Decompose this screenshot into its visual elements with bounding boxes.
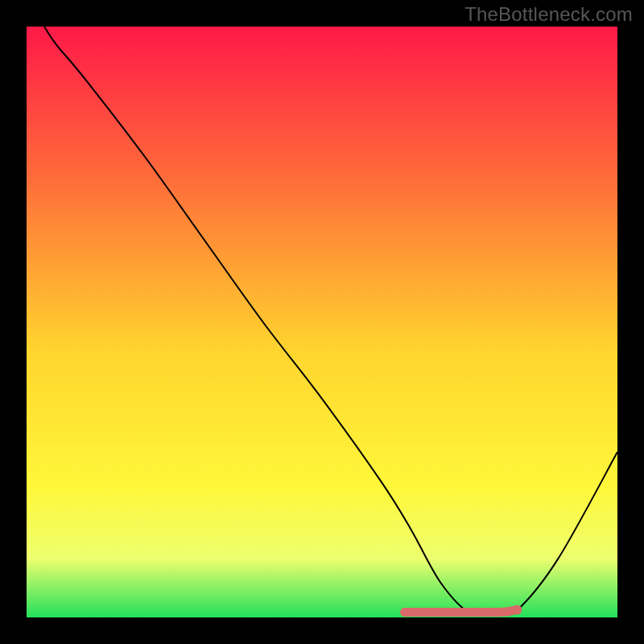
marker-dot <box>512 605 522 614</box>
marker-dot <box>448 608 456 617</box>
marker-dot <box>471 608 480 617</box>
watermark-text: TheBottleneck.com <box>464 3 633 26</box>
marker-dot <box>436 608 444 617</box>
marker-dot <box>483 608 492 617</box>
marker-dot <box>424 608 433 617</box>
gradient-plot-area <box>27 27 617 617</box>
marker-dot <box>504 607 513 616</box>
marker-dot <box>400 608 409 617</box>
chart-container: { "watermark": "TheBottleneck.com", "col… <box>0 0 644 644</box>
marker-dot <box>495 608 504 617</box>
bottleneck-chart <box>0 0 644 644</box>
marker-dot <box>412 608 421 617</box>
marker-dot <box>460 608 469 617</box>
